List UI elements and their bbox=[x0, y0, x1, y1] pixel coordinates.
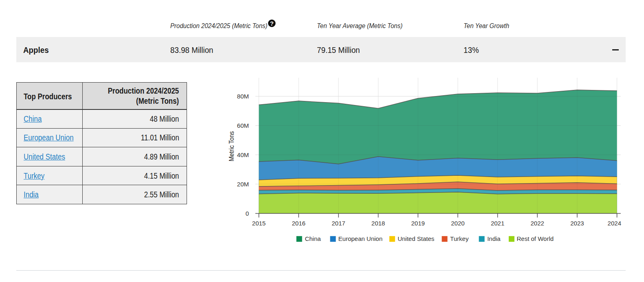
svg-text:2020: 2020 bbox=[451, 220, 464, 227]
svg-text:India: India bbox=[487, 235, 501, 242]
svg-text:2023: 2023 bbox=[570, 220, 584, 227]
svg-text:2016: 2016 bbox=[292, 220, 306, 227]
svg-text:2019: 2019 bbox=[411, 220, 425, 227]
svg-text:60M: 60M bbox=[237, 122, 249, 129]
svg-text:European Union: European Union bbox=[338, 235, 382, 242]
svg-text:80M: 80M bbox=[237, 93, 249, 100]
svg-text:2018: 2018 bbox=[371, 220, 385, 227]
svg-text:2021: 2021 bbox=[491, 220, 504, 227]
svg-text:China: China bbox=[305, 235, 321, 242]
svg-text:Turkey: Turkey bbox=[450, 235, 469, 242]
svg-text:2022: 2022 bbox=[531, 220, 544, 227]
svg-text:Rest of World: Rest of World bbox=[517, 235, 554, 242]
svg-text:2015: 2015 bbox=[252, 220, 266, 227]
svg-text:United States: United States bbox=[398, 235, 434, 242]
svg-text:20M: 20M bbox=[237, 181, 249, 188]
svg-text:Metric Tons: Metric Tons bbox=[228, 131, 235, 162]
svg-text:2017: 2017 bbox=[332, 220, 345, 227]
svg-text:0: 0 bbox=[246, 210, 249, 217]
svg-text:2024: 2024 bbox=[608, 220, 621, 227]
svg-text:40M: 40M bbox=[237, 151, 249, 158]
